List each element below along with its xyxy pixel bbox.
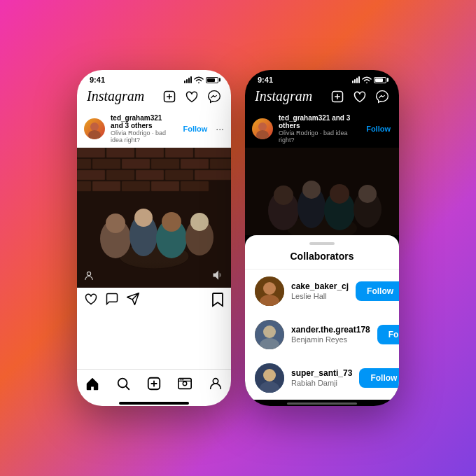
post-header-light: ted_graham321 and 3 others Olivia Rodrig… [77, 110, 231, 148]
nav-reels[interactable] [176, 375, 193, 392]
svg-rect-5 [106, 148, 134, 158]
bottom-nav-light [77, 369, 231, 399]
post-actions [77, 288, 231, 310]
wifi-icon [194, 76, 204, 83]
svg-rect-61 [245, 148, 399, 235]
post-follow-button-dark[interactable]: Follow [365, 125, 392, 133]
battery-icon-dark [374, 77, 386, 83]
volume-icon[interactable] [211, 268, 225, 282]
follow-button-2[interactable]: Follow [377, 325, 399, 344]
post-username[interactable]: ted_graham321 and 3 others [111, 114, 176, 130]
svg-point-33 [190, 213, 209, 231]
nav-create[interactable] [146, 375, 162, 392]
collab-username-3[interactable]: super_santi_73 [291, 368, 352, 378]
heart-icon[interactable] [185, 90, 199, 104]
signal-icon-dark [352, 76, 360, 83]
svg-point-69 [263, 369, 276, 382]
status-time-light: 9:41 [90, 76, 105, 84]
app-header-light: Instagram [77, 87, 231, 110]
svg-rect-17 [136, 170, 164, 180]
nav-home[interactable] [84, 375, 101, 392]
svg-point-40 [181, 379, 182, 381]
svg-rect-12 [151, 159, 179, 169]
svg-point-39 [183, 382, 187, 386]
post-caption: Olivia Rodrigo · bad idea right? [111, 130, 176, 144]
collab-name-2: Benjamin Reyes [291, 335, 370, 344]
collab-name-1: Leslie Hall [291, 292, 349, 300]
svg-rect-23 [151, 181, 179, 191]
collab-username-1[interactable]: cake_baker_cj [291, 281, 349, 291]
post-avatar-dark[interactable] [252, 118, 273, 139]
svg-point-45 [256, 130, 269, 139]
sheet-title: Collaborators [245, 251, 399, 270]
status-icons-light [184, 76, 218, 83]
post-username-dark[interactable]: ted_graham321 and 3 others [279, 114, 359, 130]
phones-container: 9:41 Instagram [77, 70, 399, 406]
follow-button-1[interactable]: Follow [356, 281, 399, 301]
add-icon-dark[interactable] [330, 90, 344, 104]
collaborator-item-2: xander.the.great178 Benjamin Reyes Follo… [245, 313, 399, 356]
svg-point-1 [90, 122, 99, 131]
post-image-dark [245, 148, 399, 235]
sheet-handle [309, 242, 335, 245]
collab-avatar-1[interactable] [255, 276, 284, 306]
phone-dark: 9:41 Instag [245, 70, 399, 406]
share-button[interactable] [126, 292, 140, 306]
phone-light: 9:41 Instagram [77, 70, 231, 406]
follow-button-3[interactable]: Follow [359, 368, 399, 388]
comment-button[interactable] [105, 292, 119, 306]
messenger-icon-dark[interactable] [375, 90, 389, 104]
collab-info-1: cake_baker_cj Leslie Hall [291, 281, 349, 300]
post-image-light [77, 148, 231, 288]
header-icons-dark [330, 90, 389, 104]
svg-rect-4 [77, 148, 105, 158]
svg-point-44 [258, 122, 267, 131]
svg-rect-8 [195, 148, 231, 158]
scene [77, 148, 231, 288]
svg-point-42 [213, 379, 218, 384]
collab-info-2: xander.the.great178 Benjamin Reyes [291, 325, 370, 344]
nav-profile[interactable] [207, 375, 224, 392]
svg-point-63 [263, 282, 276, 295]
post-follow-button[interactable]: Follow [182, 125, 209, 133]
svg-rect-16 [106, 170, 134, 180]
post-user-info: ted_graham321 and 3 others Olivia Rodrig… [111, 114, 176, 144]
add-icon[interactable] [162, 90, 176, 104]
tag-people-icon[interactable] [83, 270, 95, 282]
svg-rect-22 [122, 181, 150, 191]
svg-rect-6 [136, 148, 164, 158]
post-avatar[interactable] [84, 118, 105, 139]
svg-rect-24 [181, 181, 209, 191]
collab-username-2[interactable]: xander.the.great178 [291, 325, 370, 335]
collab-name-3: Rabiah Damji [291, 379, 352, 387]
like-button[interactable] [84, 292, 98, 306]
home-indicator [119, 402, 189, 405]
svg-rect-18 [165, 170, 193, 180]
svg-point-2 [88, 130, 101, 139]
svg-point-35 [87, 272, 90, 275]
collab-avatar-3[interactable] [255, 363, 284, 393]
app-header-dark: Instagram [245, 87, 399, 110]
header-icons-light [162, 90, 221, 104]
svg-rect-20 [77, 181, 91, 191]
heart-icon-dark[interactable] [353, 90, 367, 104]
svg-rect-21 [92, 181, 120, 191]
svg-rect-15 [77, 170, 105, 180]
collaborators-sheet: Collaborators cake_baker_cj Leslie Hall … [245, 235, 399, 400]
status-bar-dark: 9:41 [245, 70, 399, 87]
svg-rect-11 [122, 159, 150, 169]
svg-rect-38 [178, 379, 191, 389]
nav-search[interactable] [115, 375, 132, 392]
post-user-info-dark: ted_graham321 and 3 others Olivia Rodrig… [279, 114, 359, 144]
home-indicator-dark [287, 402, 357, 405]
collab-info-3: super_santi_73 Rabiah Damji [291, 368, 352, 387]
messenger-icon[interactable] [207, 90, 221, 104]
post-more-button[interactable]: ··· [216, 123, 224, 134]
post-header-dark: ted_graham321 and 3 others Olivia Rodrig… [245, 110, 399, 148]
bookmark-button[interactable] [211, 292, 224, 306]
svg-rect-10 [92, 159, 120, 169]
collab-avatar-2[interactable] [255, 320, 284, 349]
svg-point-31 [162, 212, 181, 232]
battery-icon [206, 77, 218, 83]
svg-point-27 [106, 214, 125, 233]
